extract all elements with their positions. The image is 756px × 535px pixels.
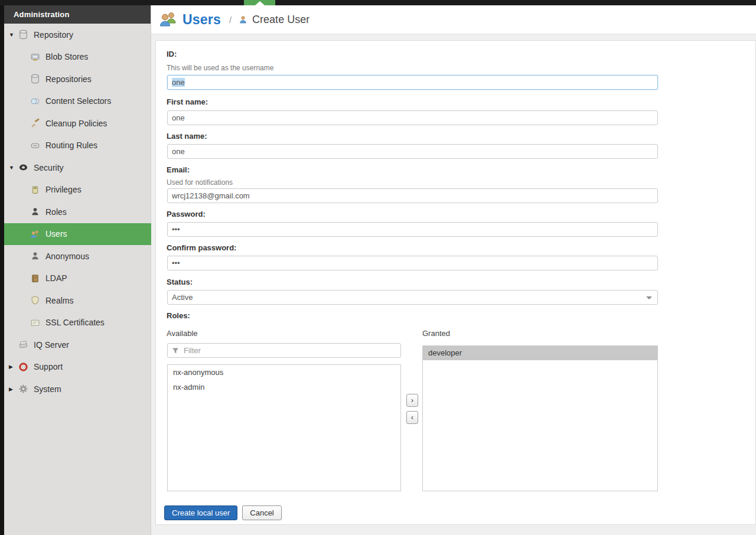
support-icon <box>18 362 28 372</box>
role-list-item[interactable]: nx-anonymous <box>168 365 400 380</box>
repositories-icon <box>30 74 40 84</box>
sidebar-item-repositories[interactable]: Repositories <box>4 68 151 90</box>
sidebar-item-cleanup-policies[interactable]: Cleanup Policies <box>4 112 151 135</box>
database-icon <box>18 30 28 40</box>
email-input[interactable] <box>167 188 658 203</box>
expander-down-icon[interactable]: ▼ <box>9 165 18 171</box>
sidebar-item-label: Realms <box>45 296 73 305</box>
move-right-button[interactable]: › <box>406 394 418 407</box>
confirm-password-input[interactable] <box>167 256 658 270</box>
move-left-button[interactable]: ‹ <box>406 411 418 424</box>
roles-filter-input[interactable] <box>167 343 401 358</box>
roles-filter <box>167 343 401 358</box>
sidebar-title: Administration <box>4 5 151 24</box>
sidebar-item-roles[interactable]: Roles <box>4 201 151 223</box>
cleanup-policies-icon <box>30 118 40 128</box>
id-label: ID: <box>167 50 177 58</box>
roles-label: Roles: <box>167 311 190 320</box>
id-input[interactable]: one <box>167 75 658 90</box>
id-help-text: This will be used as the username <box>167 64 273 72</box>
users-large-icon <box>159 10 178 29</box>
breadcrumb-current: Create User <box>252 14 309 26</box>
sidebar-item-users[interactable]: Users <box>4 223 151 246</box>
sidebar-item-label: System <box>34 384 61 394</box>
dropdown-arrow-icon <box>646 296 652 299</box>
sidebar-item-label: Cleanup Policies <box>45 119 107 128</box>
create-user-icon <box>239 15 247 24</box>
sidebar-item-label: Security <box>34 163 64 172</box>
expander-right-icon[interactable]: ▶ <box>9 386 18 392</box>
sidebar-item-label: Users <box>45 229 67 239</box>
sidebar-item-label: IQ Server <box>34 340 69 350</box>
sidebar-item-support[interactable]: ▶ Support <box>4 356 151 379</box>
email-help-text: Used for notifications <box>167 178 233 187</box>
sidebar-item-label: Content Selectors <box>45 96 111 106</box>
ldap-icon <box>30 273 40 283</box>
roles-icon <box>30 207 40 217</box>
sidebar-item-security[interactable]: ▼ Security <box>4 156 151 179</box>
expander-down-icon[interactable]: ▼ <box>9 32 18 38</box>
top-bar <box>0 0 756 5</box>
breadcrumb-separator: / <box>229 15 232 25</box>
iq-server-icon <box>18 340 28 350</box>
left-edge-strip <box>0 0 4 535</box>
password-label: Password: <box>167 210 206 218</box>
id-input-selected-text: one <box>172 78 185 87</box>
available-roles-label: Available <box>167 329 198 338</box>
sidebar-item-label: Roles <box>45 207 67 217</box>
routing-rules-icon <box>30 141 40 151</box>
create-local-user-button[interactable]: Create local user <box>164 505 237 520</box>
privileges-icon <box>30 185 40 195</box>
role-list-item-selected[interactable]: developer <box>423 346 657 360</box>
realms-icon <box>30 295 40 305</box>
status-select[interactable]: Active <box>167 290 658 305</box>
confirm-password-label: Confirm password: <box>167 243 236 252</box>
granted-roles-list[interactable]: developer <box>422 345 658 491</box>
users-icon <box>30 229 40 239</box>
sidebar-item-realms[interactable]: Realms <box>4 289 151 312</box>
sidebar-item-label: LDAP <box>45 273 67 283</box>
sidebar-item-label: Anonymous <box>45 252 89 261</box>
blob-stores-icon <box>30 52 40 62</box>
status-label: Status: <box>167 278 193 286</box>
active-tab-pointer-icon <box>255 1 265 5</box>
sidebar-item-routing-rules[interactable]: Routing Rules <box>4 135 151 157</box>
sidebar-item-system[interactable]: ▶ System <box>4 378 151 400</box>
last-name-label: Last name: <box>167 132 207 141</box>
email-label: Email: <box>167 165 190 174</box>
content-area: ID: This will be used as the username on… <box>151 34 756 535</box>
ssl-certificates-icon <box>30 318 40 328</box>
sidebar-item-ssl-certificates[interactable]: SSL Certificates <box>4 312 151 334</box>
sidebar-item-label: SSL Certificates <box>45 318 105 327</box>
security-badge-icon <box>18 162 28 172</box>
password-input[interactable] <box>167 222 658 237</box>
sidebar-item-label: Privileges <box>45 185 82 194</box>
sidebar-item-content-selectors[interactable]: Content Selectors <box>4 90 151 113</box>
sidebar-item-iq-server[interactable]: IQ Server <box>4 334 151 356</box>
sidebar-item-label: Support <box>34 362 63 371</box>
first-name-input[interactable] <box>167 110 658 125</box>
breadcrumb-root-link[interactable]: Users <box>183 12 221 28</box>
sidebar-item-label: Blob Stores <box>45 52 88 61</box>
sidebar-item-anonymous[interactable]: Anonymous <box>4 245 151 268</box>
form-actions: Create local user Cancel <box>164 505 282 520</box>
sidebar-item-ldap[interactable]: LDAP <box>4 268 151 290</box>
admin-sidebar: Administration ▼ Repository Blob Stores … <box>4 5 151 535</box>
sidebar-item-label: Repository <box>34 30 73 40</box>
sidebar-item-repository[interactable]: ▼ Repository <box>4 24 151 46</box>
content-selectors-icon <box>30 96 40 106</box>
available-roles-list[interactable]: nx-anonymous nx-admin <box>167 364 401 491</box>
sidebar-item-label: Repositories <box>45 74 92 84</box>
sidebar-item-blob-stores[interactable]: Blob Stores <box>4 46 151 68</box>
create-user-form: ID: This will be used as the username on… <box>155 40 756 525</box>
cancel-button[interactable]: Cancel <box>242 505 281 520</box>
expander-right-icon[interactable]: ▶ <box>9 364 18 370</box>
role-list-item[interactable]: nx-admin <box>168 380 400 394</box>
last-name-input[interactable] <box>167 144 658 159</box>
first-name-label: First name: <box>167 97 208 106</box>
page-header: Users / Create User <box>151 5 756 34</box>
sidebar-item-privileges[interactable]: Privileges <box>4 179 151 201</box>
admin-nav-tree: ▼ Repository Blob Stores Repositories Co… <box>4 24 151 400</box>
sidebar-item-label: Routing Rules <box>45 141 97 150</box>
anonymous-icon <box>30 251 40 261</box>
